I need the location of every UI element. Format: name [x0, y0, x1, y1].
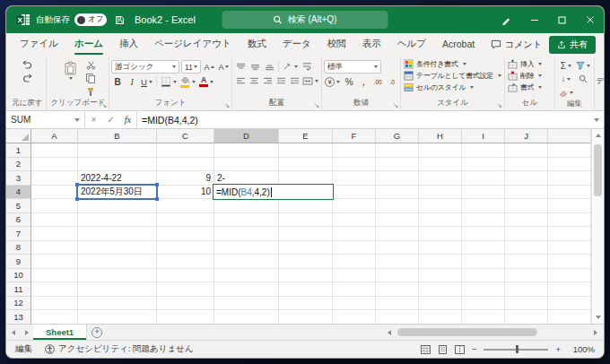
sort-filter-button[interactable]: [575, 59, 591, 72]
conditional-formatting-button[interactable]: 条件付き書式: [403, 58, 502, 70]
wrap-text-button[interactable]: [301, 60, 313, 73]
decrease-indent-button[interactable]: [274, 74, 287, 87]
orientation-button[interactable]: [282, 60, 299, 73]
cell-C5[interactable]: [157, 199, 214, 213]
number-format-select[interactable]: 標準: [324, 60, 381, 74]
cell-H9[interactable]: [419, 255, 462, 269]
cell-J6[interactable]: [505, 213, 548, 228]
cell-A13[interactable]: [31, 310, 78, 324]
scroll-down-button[interactable]: [592, 311, 604, 324]
cell-B6[interactable]: [78, 213, 157, 228]
cell-F8[interactable]: [333, 241, 376, 256]
row-header-8[interactable]: 8: [6, 241, 31, 256]
accessibility-status[interactable]: アクセシビリティ: 問題ありません: [45, 343, 194, 355]
reference-handle-icon[interactable]: [75, 197, 79, 201]
cell-I12[interactable]: [462, 297, 505, 311]
column-header-J[interactable]: J: [505, 129, 548, 143]
align-center-button[interactable]: [248, 74, 260, 87]
cell-A3[interactable]: [31, 171, 78, 186]
cell-C9[interactable]: [157, 255, 214, 269]
cell-F10[interactable]: [333, 269, 376, 283]
vertical-scrollbar[interactable]: [591, 129, 604, 324]
cell-C2[interactable]: [157, 158, 214, 172]
cell-B7[interactable]: [78, 227, 157, 241]
cell-C13[interactable]: [157, 310, 214, 324]
scroll-right-button[interactable]: [590, 330, 601, 335]
row-header-3[interactable]: 3: [6, 171, 31, 186]
tab-home[interactable]: ホーム: [66, 33, 111, 56]
column-header-F[interactable]: F: [333, 129, 376, 143]
scroll-up-button[interactable]: [592, 129, 604, 142]
cell-A4[interactable]: [31, 186, 78, 200]
row-header-2[interactable]: 2: [6, 158, 31, 172]
row-header-1[interactable]: 1: [6, 143, 31, 158]
cell-G6[interactable]: [376, 213, 419, 228]
decrease-decimal-button[interactable]: .0: [386, 75, 398, 88]
percent-format-button[interactable]: %: [343, 75, 355, 88]
cell-H5[interactable]: [419, 199, 462, 213]
excel-logo-icon[interactable]: X: [13, 13, 31, 28]
cell-A1[interactable]: [31, 143, 78, 158]
cell-J3[interactable]: [505, 171, 548, 186]
tab-formulas[interactable]: 数式: [240, 33, 274, 56]
decrease-font-size-button[interactable]: A: [217, 61, 230, 74]
align-top-button[interactable]: [234, 60, 247, 73]
cell-I3[interactable]: [462, 171, 505, 186]
cancel-button[interactable]: ×: [85, 111, 102, 128]
cell-D13[interactable]: [214, 310, 279, 324]
cell-C4[interactable]: 10: [157, 186, 214, 200]
cell-J11[interactable]: [505, 282, 548, 297]
cell-C12[interactable]: [157, 297, 214, 311]
row-header-12[interactable]: 12: [6, 297, 31, 311]
cell-C8[interactable]: [157, 241, 214, 256]
sheet-tab-sheet1[interactable]: Sheet1: [33, 325, 87, 340]
cell-H4[interactable]: [419, 186, 462, 200]
cell-D6[interactable]: [214, 213, 279, 228]
cell-H3[interactable]: [419, 171, 462, 186]
align-bottom-button[interactable]: [263, 60, 275, 73]
column-header-I[interactable]: I: [462, 129, 505, 143]
cell-I1[interactable]: [462, 143, 505, 158]
horizontal-scroll-track[interactable]: [396, 327, 589, 338]
cell-mode-indicator[interactable]: 編集: [15, 343, 32, 355]
format-painter-button[interactable]: [84, 85, 97, 98]
cell-F5[interactable]: [333, 199, 376, 213]
formula-bar-expand-button[interactable]: [589, 111, 604, 128]
cell-H12[interactable]: [419, 297, 462, 311]
undo-button[interactable]: [21, 58, 34, 71]
cell-styles-button[interactable]: セルのスタイル: [403, 82, 502, 93]
cell-E2[interactable]: [279, 158, 333, 172]
cell-E8[interactable]: [279, 241, 333, 256]
cell-F11[interactable]: [333, 282, 376, 297]
name-box[interactable]: SUM: [6, 111, 85, 128]
cell-F9[interactable]: [333, 255, 376, 269]
titlebar[interactable]: X 自動保存 オフ Book2 - Excel 検索 (Alt+Q): [6, 6, 604, 33]
cell-B11[interactable]: [78, 282, 157, 297]
cell-F13[interactable]: [333, 310, 376, 324]
cell-A6[interactable]: [31, 213, 78, 228]
vertical-scroll-track[interactable]: [592, 142, 604, 311]
reference-handle-icon[interactable]: [75, 183, 79, 186]
cell-G5[interactable]: [376, 199, 419, 213]
select-all-button[interactable]: [6, 129, 31, 143]
reference-handle-icon[interactable]: [155, 183, 159, 186]
cell-G4[interactable]: [376, 186, 419, 200]
format-cells-button[interactable]: 書式: [507, 82, 553, 93]
cell-J4[interactable]: [505, 186, 548, 200]
cell-I5[interactable]: [462, 199, 505, 213]
cell-A10[interactable]: [31, 269, 78, 283]
align-left-button[interactable]: [234, 74, 247, 87]
delete-cells-button[interactable]: 削除: [507, 70, 553, 82]
cell-G9[interactable]: [376, 255, 419, 269]
row-header-5[interactable]: 5: [6, 199, 31, 213]
cell-G1[interactable]: [376, 143, 419, 158]
tab-view[interactable]: 表示: [354, 33, 389, 56]
data-analysis-button[interactable]: データ分析: [597, 58, 604, 86]
save-button[interactable]: [115, 15, 125, 25]
cell-C11[interactable]: [157, 282, 214, 297]
cell-D11[interactable]: [214, 282, 279, 297]
search-box[interactable]: 検索 (Alt+Q): [222, 11, 388, 29]
cell-A8[interactable]: [31, 241, 78, 256]
cell-F4[interactable]: [333, 186, 376, 200]
zoom-out-button[interactable]: −: [472, 344, 477, 354]
